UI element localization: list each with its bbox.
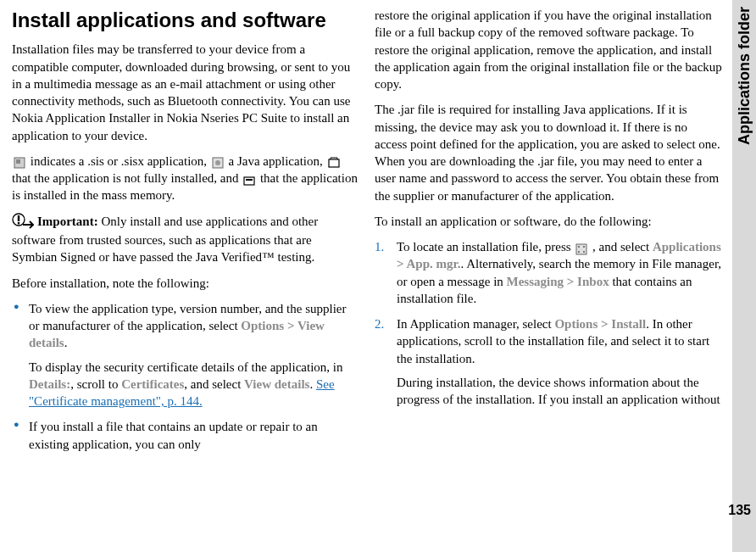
- ui-options-2: Options: [554, 317, 598, 331]
- list-item: In Application manager, select Options >…: [375, 315, 722, 408]
- ui-view-details-2: View details: [244, 377, 309, 391]
- list-item: To locate an installation file, press , …: [375, 238, 722, 307]
- restore-paragraph: restore the original application if you …: [375, 7, 722, 92]
- svg-rect-9: [18, 222, 19, 224]
- svg-rect-10: [576, 244, 586, 254]
- column-right: restore the original application if you …: [375, 7, 722, 545]
- before-install-list: To view the application type, version nu…: [12, 300, 359, 453]
- ui-messaging: Messaging: [507, 275, 564, 288]
- ui-certificates: Certificates: [121, 377, 184, 391]
- ui-install: Install: [611, 317, 646, 331]
- svg-point-14: [583, 251, 585, 253]
- java-app-icon: [212, 156, 224, 168]
- icon-legend: indicates a .sis or .sisx application, a…: [12, 153, 359, 204]
- column-left: Install applications and software Instal…: [12, 7, 359, 545]
- svg-rect-1: [16, 159, 20, 164]
- ui-applications: Applications: [653, 240, 721, 254]
- svg-point-12: [583, 246, 585, 248]
- partial-install-icon: [328, 156, 340, 168]
- svg-point-3: [215, 160, 220, 165]
- install-steps: To locate an installation file, press , …: [375, 238, 722, 408]
- svg-rect-6: [246, 179, 253, 181]
- important-icon: [12, 213, 34, 231]
- intro-paragraph: Installation files may be transferred to…: [12, 41, 359, 144]
- ui-details: Details:: [29, 377, 70, 391]
- svg-rect-5: [244, 177, 254, 185]
- list-item: If you install a file that contains an u…: [12, 418, 359, 453]
- before-install-intro: Before installation, note the following:: [12, 275, 359, 292]
- install-intro: To install an application or software, d…: [375, 213, 722, 230]
- page-content: Install applications and software Instal…: [0, 0, 756, 552]
- svg-point-13: [578, 251, 580, 253]
- side-tab-label: Applications folder: [736, 7, 753, 145]
- ui-app-mgr: App. mgr.: [406, 257, 460, 270]
- side-tab: Applications folder: [732, 0, 756, 552]
- svg-rect-8: [18, 215, 19, 221]
- ui-options: Options: [241, 319, 284, 332]
- svg-point-11: [578, 246, 580, 248]
- important-note: Important: Only install and use applicat…: [12, 213, 359, 266]
- page-number: 135: [728, 503, 751, 518]
- mass-memory-icon: [243, 174, 255, 186]
- important-label: Important:: [37, 215, 98, 228]
- menu-key-icon: [575, 243, 587, 254]
- page-title: Install applications and software: [12, 7, 359, 34]
- list-item: To view the application type, version nu…: [12, 300, 359, 410]
- svg-rect-4: [329, 159, 339, 167]
- jar-paragraph: The .jar file is required for installing…: [375, 101, 722, 204]
- sis-file-icon: [14, 156, 25, 168]
- ui-inbox: Inbox: [577, 275, 609, 288]
